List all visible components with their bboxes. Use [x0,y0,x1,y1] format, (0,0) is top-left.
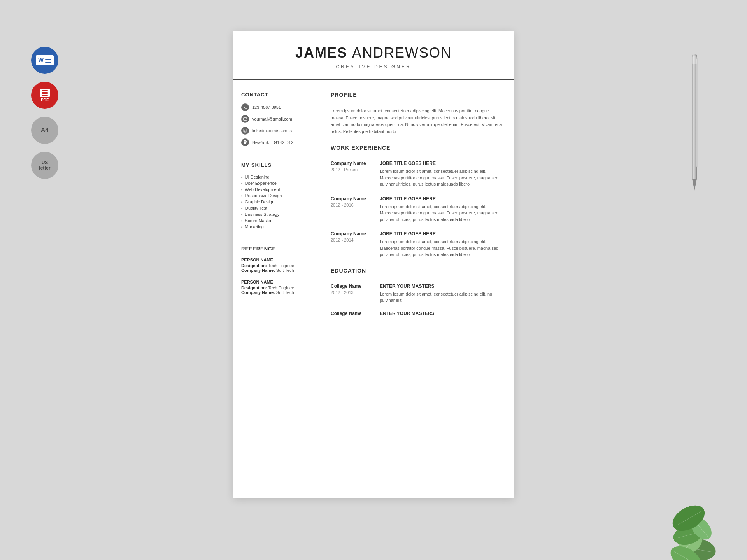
skill-item: Graphic Design [241,199,311,205]
ref-2-company-value: Soft Tech [276,290,294,295]
word-letter: W [38,57,43,63]
work-1-dates: 2012 - Present [331,167,374,172]
skill-item: User Experience [241,180,311,186]
edu-1-desc: Lorem ipsum dolor sit amet, consectetuer… [380,291,502,304]
us-icon[interactable]: USletter [31,152,58,179]
work-3-company: Company Name [331,231,374,236]
pdf-icon[interactable]: PDF [31,82,58,109]
skills-section-title: MY SKILLS [241,162,311,168]
right-column: PROFILE Lorem ipsum dolor sit amet, cons… [319,80,514,430]
contact-section: CONTACT 123-4567 8951 [241,92,311,146]
contact-section-title: CONTACT [241,92,311,98]
work-2-dates: 2012 - 2016 [331,203,374,207]
edu-1-college: College Name [331,284,374,289]
a4-label: A4 [41,127,49,134]
edu-1-degree: ENTER YOUR MASTERS [380,284,502,289]
ref-2-company: Company Name: Soft Tech [241,290,311,295]
email-item: yourmail@gmail.com [241,115,311,123]
location-icon [241,138,249,146]
edu-1-right: ENTER YOUR MASTERS Lorem ipsum dolor sit… [380,284,502,304]
location-item: NewYork – G142 D12 [241,138,311,146]
work-2-company: Company Name [331,196,374,201]
edu-2-right: ENTER YOUR MASTERS [380,311,502,318]
ref-1-designation: Designation: Tech Engineer [241,263,311,268]
work-3-title: JOBE TITLE GOES HERE [380,231,502,236]
edu-2-degree: ENTER YOUR MASTERS [380,311,502,316]
a4-icon[interactable]: A4 [31,117,58,144]
phone-item: 123-4567 8951 [241,103,311,111]
skills-section: MY SKILLS UI Designing User Experience W… [241,162,311,230]
divider-1 [241,154,311,154]
work-3-right: JOBE TITLE GOES HERE Lorem ipsum dolor s… [380,231,502,258]
edu-2-college: College Name [331,311,374,316]
edu-entry-2: College Name ENTER YOUR MASTERS [331,311,502,318]
profile-text: Lorem ipsum dolor sit amet, consectetuer… [331,108,502,135]
education-section-title: EDUCATION [331,268,502,274]
skill-item: Web Development [241,186,311,192]
resume-header: JAMES ANDREWSON CREATIVE DESIGNER [233,31,514,80]
reference-section-title: REFERENCE [241,246,311,252]
resume-body: CONTACT 123-4567 8951 [233,80,514,430]
pen-decoration [689,54,700,210]
ref-2-name: PERSON NAME [241,280,311,284]
work-section-title: WORK EXPERIENCE [331,145,502,151]
ref-1-name: PERSON NAME [241,257,311,262]
skills-list: UI Designing User Experience Web Develop… [241,174,311,230]
full-name: JAMES ANDREWSON [249,45,498,61]
reference-person-1: PERSON NAME Designation: Tech Engineer C… [241,257,311,273]
work-1-left: Company Name 2012 - Present [331,161,374,187]
ref-1-company: Company Name: Soft Tech [241,268,311,273]
email-text: yourmail@gmail.com [252,117,292,121]
skill-item: Quality Test [241,205,311,211]
email-icon [241,115,249,123]
ref-2-designation: Designation: Tech Engineer [241,285,311,290]
work-3-desc: Lorem ipsum dolor sit amet, consectetuer… [380,238,502,258]
phone-icon [241,103,249,111]
skill-item: Business Strategy [241,211,311,217]
linkedin-item: in linkedin.com/s.james [241,127,311,135]
linkedin-icon: in [241,127,249,135]
work-entry-2: Company Name 2012 - 2016 JOBE TITLE GOES… [331,196,502,223]
work-experience-section: WORK EXPERIENCE Company Name 2012 - Pres… [331,145,502,258]
word-icon[interactable]: W [31,47,58,74]
left-column: CONTACT 123-4567 8951 [233,80,319,430]
work-2-title: JOBE TITLE GOES HERE [380,196,502,201]
us-label: USletter [39,160,50,171]
svg-rect-0 [244,118,247,121]
job-title: CREATIVE DESIGNER [249,64,498,70]
page-wrapper: W [0,16,747,560]
edu-entry-1: College Name 2012 - 2013 ENTER YOUR MAST… [331,284,502,304]
ref-2-designation-value: Tech Engineer [268,285,295,290]
work-1-company: Company Name [331,161,374,166]
last-name: ANDREWSON [352,45,452,61]
ref-1-designation-value: Tech Engineer [268,263,295,268]
skill-item: Responsive Design [241,192,311,199]
work-2-desc: Lorem ipsum dolor sit amet, consectetuer… [380,203,502,223]
profile-section: PROFILE Lorem ipsum dolor sit amet, cons… [331,92,502,135]
skill-item: Marketing [241,224,311,230]
edu-1-left: College Name 2012 - 2013 [331,284,374,304]
divider-2 [241,238,311,238]
work-1-title: JOBE TITLE GOES HERE [380,161,502,166]
location-text: NewYork – G142 D12 [252,140,293,145]
work-2-left: Company Name 2012 - 2016 [331,196,374,223]
edu-1-dates: 2012 - 2013 [331,290,374,295]
reference-section: REFERENCE PERSON NAME Designation: Tech … [241,246,311,295]
resume-paper: JAMES ANDREWSON CREATIVE DESIGNER CONTAC… [233,31,514,498]
work-entry-1: Company Name 2012 - Present JOBE TITLE G… [331,161,502,187]
first-name: JAMES [295,45,347,61]
edu-2-left: College Name [331,311,374,318]
work-1-desc: Lorem ipsum dolor sit amet, consectetuer… [380,168,502,187]
reference-person-2: PERSON NAME Designation: Tech Engineer C… [241,280,311,295]
work-entry-3: Company Name 2012 - 2014 JOBE TITLE GOES… [331,231,502,258]
education-section: EDUCATION College Name 2012 - 2013 ENTER… [331,268,502,318]
skill-item: Scrum Master [241,217,311,224]
ref-1-company-value: Soft Tech [276,268,294,273]
linkedin-text: linkedin.com/s.james [252,128,292,133]
work-3-dates: 2012 - 2014 [331,238,374,242]
svg-text:in: in [244,130,247,132]
profile-section-title: PROFILE [331,92,502,98]
education-divider [331,277,502,277]
work-2-right: JOBE TITLE GOES HERE Lorem ipsum dolor s… [380,196,502,223]
pdf-label: PDF [41,98,49,102]
